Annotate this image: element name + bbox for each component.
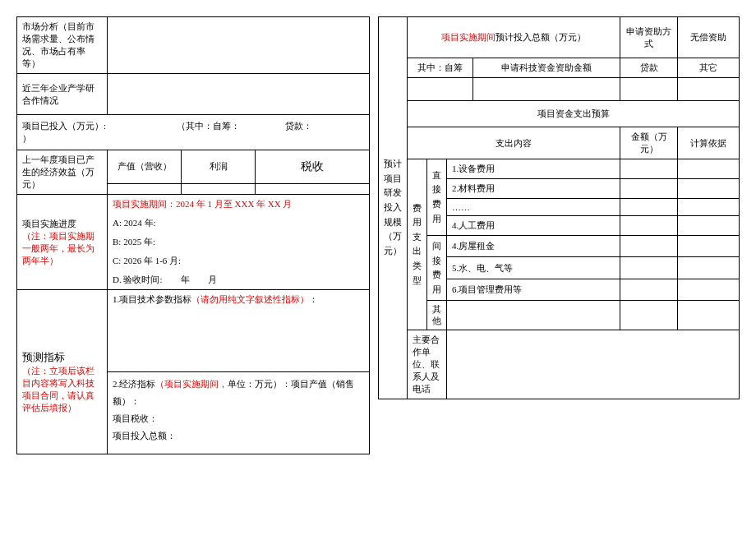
other-type-amount[interactable] (620, 301, 678, 330)
free-grant: 无偿资助 (678, 17, 740, 58)
coop-label: 近三年企业产学研合作情况 (17, 74, 108, 115)
tax-label: 税收 (256, 150, 370, 184)
econ-tax: 项目税收： (113, 413, 158, 423)
budget-title: 项目资金支出预算 (408, 101, 740, 127)
item-dots-basis[interactable] (678, 199, 740, 216)
market-analysis-field[interactable] (108, 17, 370, 74)
right-form-table: 预计项目研发投入规模（万元） 项目实施期间预计投入总额（万元） 申请资助方式 无… (378, 16, 740, 399)
econ-idx-cell[interactable]: 2.经济指标（项目实施期间，单位：万元）：项目产值（销售额）： 项目税收： 项目… (108, 372, 370, 454)
header-total-cell: 项目实施期间预计投入总额（万元） (408, 17, 620, 58)
item-1-basis[interactable] (678, 159, 740, 179)
header-period: 项目实施期间 (441, 32, 496, 42)
progress-note: （注：项目实施期一般两年，最长为两年半） (22, 231, 94, 265)
output-label: 产值（营收） (108, 150, 182, 184)
amount: 金额（万元） (620, 127, 678, 159)
item-house-amount[interactable] (620, 236, 678, 257)
tech-idx-note: （请勿用纯文字叙述性指标） (191, 294, 309, 304)
forecast-cell: 预测指标 （注：立项后该栏目内容将写入科技项目合同，请认真评估后填报） (17, 290, 108, 454)
c-line: C: 2026 年 1-6 月: (108, 251, 370, 270)
econ-total: 项目投入总额： (113, 431, 176, 440)
invested-loan: 贷款： (285, 121, 312, 131)
item-mgmt-amount[interactable] (620, 279, 678, 300)
profit-label: 利润 (182, 150, 256, 184)
fund-method: 申请资助方式 (620, 17, 678, 58)
econ-idx-note: （项目实施期间， (155, 379, 228, 389)
b-line: B: 2025 年: (108, 233, 370, 251)
basis: 计算依据 (678, 127, 740, 159)
coop-unit-label: 主要合作单位、联系人及电话 (408, 330, 447, 399)
item-4-amount[interactable] (620, 216, 678, 236)
item-mgmt: 6.项目管理费用等 (447, 279, 620, 300)
d-line: D. 验收时间: 年 月 (108, 270, 370, 290)
market-analysis-label: 市场分析（目前市场需求量、公布情况、市场占有率等） (17, 17, 108, 74)
tech-fund: 申请科技资金资助金额 (473, 58, 620, 78)
item-house-basis[interactable] (678, 236, 740, 257)
tech-idx-colon: ： (309, 294, 318, 304)
expense-content: 支出内容 (408, 127, 620, 159)
loan-field[interactable] (620, 78, 678, 101)
profit-field[interactable] (182, 183, 256, 195)
coop-field[interactable] (108, 74, 370, 115)
expense-type: 费用支出类型 (408, 159, 427, 330)
progress-cell: 项目实施进度 （注：项目实施期一般两年，最长为两年半） (17, 195, 108, 290)
tax-field[interactable] (256, 183, 370, 195)
invested-end: ） (22, 133, 31, 143)
other-type-content[interactable] (447, 301, 620, 330)
other-type-basis[interactable] (678, 301, 740, 330)
direct-label: 直接费用 (427, 159, 447, 236)
item-utility-basis[interactable] (678, 257, 740, 279)
item-4-basis[interactable] (678, 216, 740, 236)
self-raised-field[interactable] (408, 78, 473, 101)
econ-idx-label: 2.经济指标 (113, 379, 155, 389)
indirect-label: 间接费用 (427, 236, 447, 301)
item-dots: …… (447, 199, 620, 216)
invested-label: 项目已投入（万元）: (22, 121, 106, 131)
coop-unit-field[interactable] (447, 330, 740, 399)
item-house: 4.房屋租金 (447, 236, 620, 257)
tech-fund-field[interactable] (473, 78, 620, 101)
item-2-amount[interactable] (620, 179, 678, 199)
other-field[interactable] (678, 78, 740, 101)
tech-idx-label: 1.项目技术参数指标 (113, 294, 191, 304)
period-label: 项目实施期间：2024 年 1 月至 XXX 年 XX 月 (108, 195, 370, 214)
left-form-table: 市场分析（目前市场需求量、公布情况、市场占有率等） 近三年企业产学研合作情况 项… (16, 16, 370, 454)
item-2-basis[interactable] (678, 179, 740, 199)
output-field[interactable] (108, 183, 182, 195)
invested-row: 项目已投入（万元）: （其中：自筹： 贷款： ） (17, 115, 370, 150)
item-dots-amount[interactable] (620, 199, 678, 216)
item-utility-amount[interactable] (620, 257, 678, 279)
item-2: 2.材料费用 (447, 179, 620, 199)
tech-idx-cell[interactable]: 1.项目技术参数指标（请勿用纯文字叙述性指标）： (108, 290, 370, 372)
other: 其它 (678, 58, 740, 78)
scale-label: 预计项目研发投入规模（万元） (379, 17, 408, 399)
invested-mid: （其中：自筹： (177, 121, 240, 131)
forecast-note: （注：立项后该栏目内容将写入科技项目合同，请认真评估后填报） (22, 366, 94, 413)
item-mgmt-basis[interactable] (678, 279, 740, 300)
item-utility: 5.水、电、气等 (447, 257, 620, 279)
loan: 贷款 (620, 58, 678, 78)
progress-label: 项目实施进度 (22, 219, 76, 228)
header-total: 预计投入总额（万元） (496, 32, 586, 42)
forecast-label: 预测指标 (22, 351, 65, 363)
item-1: 1.设备费用 (447, 159, 620, 179)
item-4: 4.人工费用 (447, 216, 620, 236)
a-line: A: 2024 年: (108, 214, 370, 233)
item-1-amount[interactable] (620, 159, 678, 179)
lastyear-label: 上一年度项目已产生的经济效益（万元） (17, 150, 108, 195)
other-type: 其他 (427, 301, 447, 330)
self-raised: 其中：自筹 (408, 58, 473, 78)
